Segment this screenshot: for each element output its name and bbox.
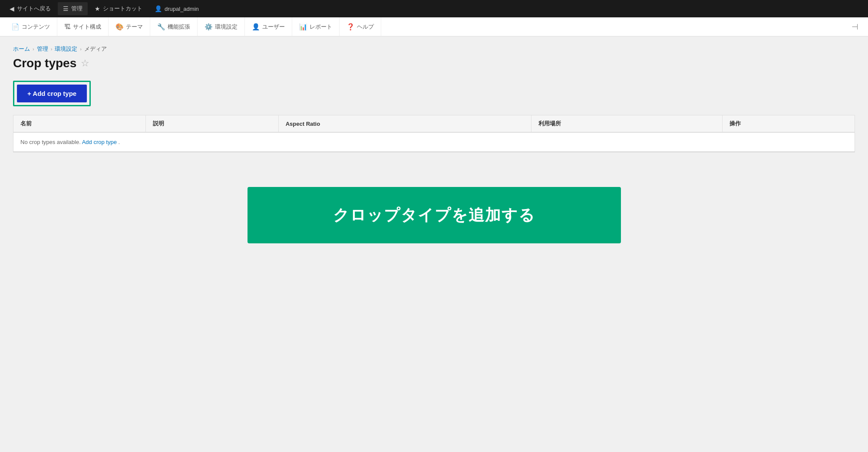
manage-menu[interactable]: ☰ 管理 — [58, 2, 88, 15]
nav-extend[interactable]: 🔧 機能拡張 — [150, 17, 198, 36]
empty-add-link[interactable]: Add crop type — [82, 139, 117, 145]
user-menu[interactable]: 👤 drupal_admin — [149, 3, 204, 15]
nav-users[interactable]: 👤 ユーザー — [245, 17, 292, 36]
nav-theme[interactable]: 🎨 テーマ — [109, 17, 150, 36]
nav-config[interactable]: ⚙️ 環境設定 — [198, 17, 245, 36]
breadcrumb-sep-3: › — [80, 46, 82, 52]
structure-icon: 🏗 — [64, 23, 71, 30]
shortcut-menu[interactable]: ★ ショートカット — [89, 2, 148, 15]
col-operations: 操作 — [722, 115, 855, 133]
empty-message-cell: No crop types available. Add crop type . — [13, 132, 855, 152]
admin-bar: ◀ サイトへ戻る ☰ 管理 ★ ショートカット 👤 drupal_admin — [0, 0, 868, 17]
col-aspect-ratio: Aspect Ratio — [278, 115, 531, 133]
config-icon: ⚙️ — [205, 23, 213, 31]
cta-banner-text: クロップタイプを追加する — [333, 205, 535, 226]
table-row-empty: No crop types available. Add crop type . — [13, 132, 855, 152]
add-crop-type-button[interactable]: + Add crop type — [17, 85, 87, 102]
back-to-site[interactable]: ◀ サイトへ戻る — [4, 2, 56, 15]
page-title-row: Crop types ☆ — [13, 56, 855, 70]
nav-reports[interactable]: 📊 レポート — [292, 17, 340, 36]
breadcrumb-current: メディア — [84, 45, 107, 53]
cta-banner[interactable]: クロップタイプを追加する — [248, 187, 621, 243]
col-usage: 利用場所 — [531, 115, 722, 133]
table-body: No crop types available. Add crop type . — [13, 132, 855, 152]
cta-banner-wrapper: クロップタイプを追加する — [13, 187, 855, 243]
users-icon: 👤 — [252, 23, 260, 31]
col-description: 説明 — [146, 115, 278, 133]
col-name: 名前 — [13, 115, 146, 133]
table-header-row: 名前 説明 Aspect Ratio 利用場所 操作 — [13, 115, 855, 133]
breadcrumb-sep-2: › — [51, 46, 53, 52]
back-icon: ◀ — [10, 5, 14, 12]
nav-content[interactable]: 📄 コンテンツ — [4, 17, 57, 36]
menu-icon: ☰ — [63, 5, 69, 12]
secondary-nav: 📄 コンテンツ 🏗 サイト構成 🎨 テーマ 🔧 機能拡張 ⚙️ 環境設定 👤 ユ… — [0, 17, 868, 36]
bookmark-icon[interactable]: ☆ — [81, 58, 89, 69]
table-header: 名前 説明 Aspect Ratio 利用場所 操作 — [13, 115, 855, 133]
content-icon: 📄 — [11, 23, 20, 31]
breadcrumb: ホーム › 管理 › 環境設定 › メディア — [13, 45, 855, 53]
nav-toggle[interactable]: ⊣ — [846, 22, 864, 32]
theme-icon: 🎨 — [116, 23, 124, 31]
star-icon: ★ — [95, 5, 100, 12]
main-content: ホーム › 管理 › 環境設定 › メディア Crop types ☆ + Ad… — [0, 36, 868, 452]
extend-icon: 🔧 — [157, 23, 165, 31]
breadcrumb-home[interactable]: ホーム — [13, 45, 30, 53]
table-divider — [13, 152, 855, 152]
page-title: Crop types — [13, 56, 76, 70]
empty-period: . — [119, 139, 120, 145]
help-icon: ❓ — [347, 23, 355, 31]
nav-help[interactable]: ❓ ヘルプ — [340, 17, 381, 36]
empty-message-text: No crop types available. — [20, 139, 81, 145]
reports-icon: 📊 — [299, 23, 307, 31]
nav-site-structure[interactable]: 🏗 サイト構成 — [57, 17, 109, 36]
crop-types-table: 名前 説明 Aspect Ratio 利用場所 操作 No crop types… — [13, 115, 855, 152]
breadcrumb-config[interactable]: 環境設定 — [55, 45, 77, 53]
breadcrumb-manage[interactable]: 管理 — [37, 45, 48, 53]
user-icon: 👤 — [155, 5, 162, 12]
add-button-wrapper: + Add crop type — [13, 81, 91, 106]
breadcrumb-sep-1: › — [33, 46, 34, 52]
